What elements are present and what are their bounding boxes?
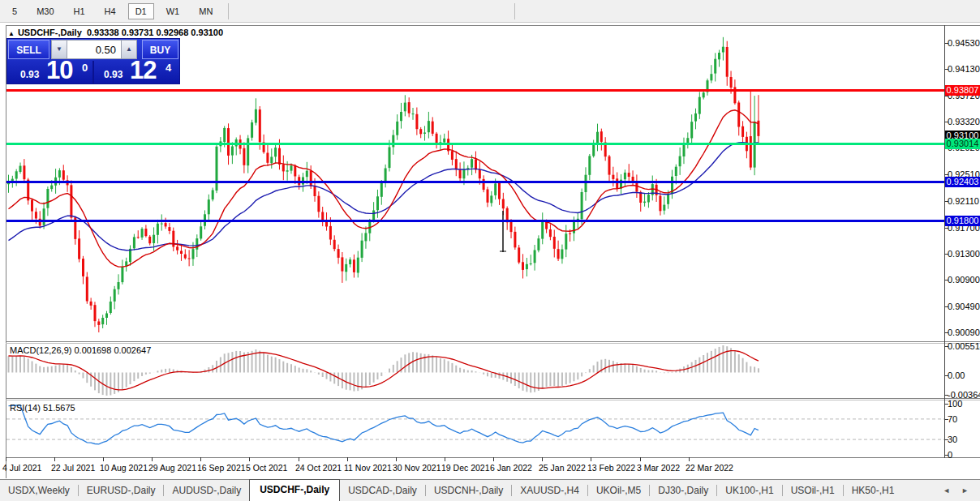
rsi-pane[interactable] [6,400,944,457]
date-axis-label: 16 Sep 2021 [197,463,246,473]
candle-body [274,148,277,156]
candle-body [462,169,465,178]
candle-body [380,182,383,197]
chart-tab-usdcad[interactable]: USDCAD-,Daily [340,481,425,501]
candle-body [643,202,646,203]
timeframe-button-mn[interactable]: MN [191,3,220,19]
sell-price-base: 0.93 [20,69,39,80]
pane-splitter-1a[interactable] [6,341,980,342]
chart-tab-audusd[interactable]: AUDUSD-,Daily [164,481,249,501]
candle-body [90,302,92,306]
tab-scroll-left-icon[interactable]: ◄ [943,486,950,495]
horizontal-level-line-0[interactable] [6,89,944,92]
candle-body [722,47,724,53]
price-level-label: 0.93807 [945,85,980,96]
candle-body [534,250,536,263]
timeframe-button-h4[interactable]: H4 [97,3,123,19]
candle-body [412,113,415,114]
tab-scroll-right-icon[interactable]: ► [961,486,969,495]
macd-label: MACD(12,26,9) 0.001698 0.002647 [10,345,151,355]
candle-body [471,159,473,168]
pane-splitter-2a[interactable] [6,398,980,399]
chart-title: ▲USDCHF-,Daily 0.93338 0.93731 0.92968 0… [8,28,223,37]
candle-body [118,282,120,289]
timeframe-button-h1[interactable]: H1 [67,3,92,19]
horizontal-level-line-2[interactable] [6,181,944,183]
candle-body [443,139,445,143]
price-axis-tick-label: 0.90090 [948,328,980,337]
chart-tab-usoil[interactable]: USOil-,H1 [783,481,843,501]
sell-button[interactable]: SELL [8,40,49,59]
chart-tab-uk100[interactable]: UK100-,H1 [717,481,781,501]
chart-tab-xauusd[interactable]: XAUUSD-,H4 [512,481,587,501]
date-axis-tick [103,457,104,461]
candle-body [208,199,210,214]
candle-body [698,97,701,114]
candle-body [659,196,661,212]
candle-body [105,314,108,319]
date-axis-tick [200,457,201,461]
price-axis-tick-label: 0.90490 [948,302,980,311]
date-axis-tick [6,457,6,461]
buy-price-display[interactable]: 0.93 12 4 [94,61,179,84]
chart-tab-usdx[interactable]: USDX,Weekly [0,481,78,501]
date-axis-label: 4 Jul 2021 [2,463,41,473]
chart-tab-ukoil[interactable]: UKOil-,M5 [588,481,649,501]
candle-body [165,223,167,226]
date-axis-tick [299,457,299,461]
candle-body [188,259,191,259]
candle-body [514,232,516,247]
candle-body [114,289,116,302]
ma-slow-line [9,143,759,250]
candle-body [78,238,80,259]
chart-tab-dj30[interactable]: DJ30-,Daily [650,481,716,501]
candle-body [667,194,669,204]
candle-body [675,167,677,176]
candle-body [23,165,25,179]
chart-tab-hk50[interactable]: HK50-,H1 [844,481,903,501]
candle-body [337,249,340,258]
buy-price-point: 4 [165,62,171,74]
date-axis-label: 30 Nov 2021 [393,463,441,473]
price-level-label: 0.92403 [945,177,980,187]
candle-body [624,173,626,179]
candle-body [541,221,544,239]
candle-body [94,305,97,321]
candle-body [498,183,501,199]
volume-input[interactable]: 0.50 [67,40,121,59]
rsi-axis-tick-label: 0 [948,450,952,460]
timeframe-button-m30[interactable]: M30 [29,3,61,19]
candle-body [750,136,752,168]
chart-tab-usdcnh[interactable]: USDCNH-,Daily [426,481,511,501]
candle-body [137,237,140,238]
candle-body [392,135,394,148]
candle-body [565,233,567,249]
candle-body [526,264,528,269]
horizontal-level-line-1[interactable] [6,143,944,145]
candle-body [741,126,744,137]
candle-body [400,112,402,121]
date-axis-label: 10 Aug 2021 [100,463,148,473]
candle-body [726,47,729,77]
candle-body [31,200,33,212]
timeframe-button-d1[interactable]: D1 [128,3,154,19]
chart-tab-eurusd[interactable]: EURUSD-,Daily [79,481,164,501]
rsi-axis-tick-label: 30 [948,435,957,444]
price-level-label: 0.93014 [945,139,980,149]
timeframe-button-w1[interactable]: W1 [159,3,187,19]
candle-body [345,264,347,272]
candle-body [612,175,614,179]
candle-body [259,109,261,142]
candle-body [694,113,697,122]
rsi-axis-tick-label: 100 [948,399,962,409]
candle-body [703,92,705,97]
horizontal-level-line-3[interactable] [6,220,944,222]
chart-tab-usdchf[interactable]: USDCHF-,Daily [249,479,340,501]
sell-price-display[interactable]: 0.93 10 0 [7,61,92,84]
chart-tab-bar: USDX,WeeklyEURUSD-,DailyAUDUSD-,DailyUSD… [0,479,980,501]
candle-body [451,151,453,160]
candle-body [475,160,477,170]
timeframe-button-5[interactable]: 5 [5,3,24,19]
candle-body [494,183,496,195]
collapse-ohlc-icon[interactable]: ▲ [8,30,15,37]
